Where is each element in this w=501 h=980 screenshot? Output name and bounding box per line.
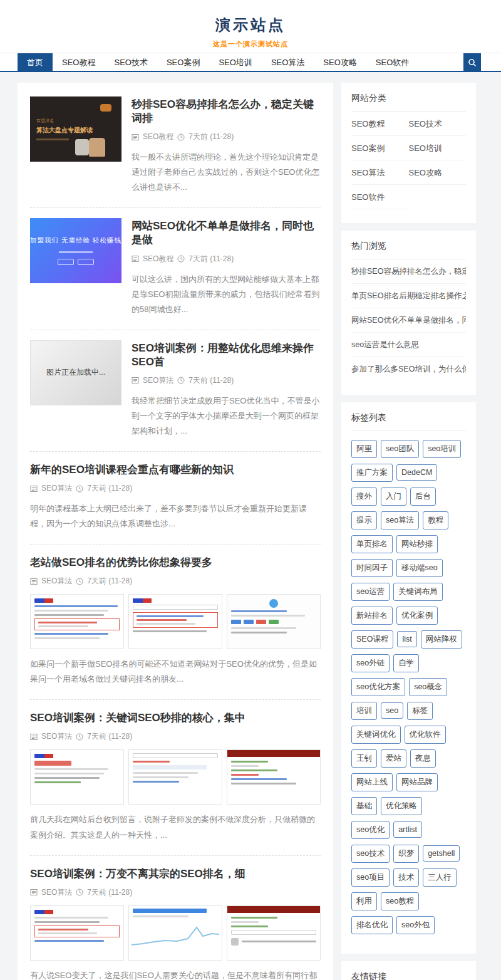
article-category[interactable]: SEO教程: [143, 254, 173, 264]
article-category[interactable]: SEO算法: [41, 731, 72, 742]
tag-link[interactable]: 推广方案: [351, 464, 393, 482]
tag-link[interactable]: 时间因子: [351, 559, 393, 577]
article-thumbnail-loading[interactable]: 图片正在加载中...: [30, 340, 121, 405]
article-category[interactable]: SEO算法: [41, 887, 72, 898]
tag-link[interactable]: 爱站: [381, 749, 406, 768]
sidebar: 网站分类 SEO教程SEO技术SEO案例SEO培训SEO算法SEO攻略SEO软件…: [341, 83, 476, 980]
tag-link[interactable]: SEO课程: [351, 630, 393, 649]
hot-post-link[interactable]: seo运营是什么意思: [351, 333, 466, 357]
tag-link[interactable]: 网站降权: [421, 630, 462, 649]
article-meta: SEO算法 7天前 (11-28): [30, 483, 321, 494]
tag-link[interactable]: artlist: [393, 821, 422, 838]
tag-link[interactable]: 后台: [410, 487, 436, 506]
widget-categories: 网站分类 SEO教程SEO技术SEO案例SEO培训SEO算法SEO攻略SEO软件: [341, 83, 476, 223]
tag-link[interactable]: 技术: [393, 868, 419, 887]
tag-link[interactable]: 基础: [351, 797, 377, 815]
tag-link[interactable]: seo教程: [381, 892, 419, 910]
article-title[interactable]: 秒排SEO容易掉排名怎么办，稳定关键词排: [132, 98, 321, 125]
tag-link[interactable]: 移动端seo: [396, 559, 443, 577]
article-title[interactable]: 新年的SEO培训课程会重点有哪些新的知识: [30, 463, 321, 477]
tag-link[interactable]: seo算法: [381, 511, 419, 529]
nav-item-seo-tutorial[interactable]: SEO教程: [53, 53, 105, 71]
tag-link[interactable]: seo运营: [351, 583, 390, 601]
category-link[interactable]: SEO技术: [409, 112, 467, 136]
tag-link[interactable]: seo优化方案: [351, 678, 405, 696]
article-category[interactable]: SEO教程: [143, 132, 173, 142]
article-thumbnail[interactable]: 百度排名 算法大盘点专题解读: [30, 96, 121, 162]
category-link[interactable]: SEO教程: [351, 112, 409, 136]
tag-link[interactable]: getshell: [423, 845, 460, 862]
article-time: 7天前 (11-28): [189, 132, 234, 142]
tag-link[interactable]: 培训: [351, 702, 377, 720]
article-time: 7天前 (11-28): [87, 483, 132, 494]
tag-link[interactable]: 关键词优化: [351, 726, 401, 744]
tag-link[interactable]: seo团队: [381, 440, 419, 458]
tag-link[interactable]: list: [397, 631, 416, 647]
tag-link[interactable]: 优化策略: [381, 797, 422, 815]
tag-link[interactable]: 关键词布局: [393, 583, 443, 601]
tag-link[interactable]: seo概念: [409, 678, 447, 696]
tag-link[interactable]: 单页排名: [351, 535, 393, 553]
tag-link[interactable]: seo技术: [351, 845, 390, 863]
tag-link[interactable]: 标签: [407, 702, 433, 720]
thumb-caption: 算法大盘点专题解读: [36, 126, 121, 135]
hot-post-link[interactable]: 网站SEO优化不单单是做排名，同时: [351, 308, 466, 333]
hot-post-link[interactable]: 单页SEO排名后期稳定排名操作之长: [351, 284, 466, 308]
tag-link[interactable]: seo项目: [351, 868, 390, 887]
tag-link[interactable]: 优化案例: [396, 607, 438, 625]
tag-link[interactable]: 网站上线: [351, 773, 393, 791]
hot-post-link[interactable]: 秒排SEO容易掉排名怎么办，稳定关键词排: [351, 259, 466, 284]
tag-link[interactable]: seo外链: [351, 654, 390, 672]
tag-link[interactable]: 搜外: [351, 487, 377, 506]
nav-item-seo-software[interactable]: SEO软件: [366, 53, 418, 71]
tag-link[interactable]: 提示: [351, 511, 377, 529]
nav-item-seo-strategy[interactable]: SEO攻略: [314, 53, 366, 71]
tag-link[interactable]: 三人行: [423, 868, 457, 887]
nav-item-seo-case[interactable]: SEO案例: [157, 53, 209, 71]
tag-link[interactable]: DedeCM: [396, 464, 437, 481]
tag-link[interactable]: 优化软件: [405, 726, 446, 744]
tag-link[interactable]: 排名优化: [351, 916, 393, 934]
article-title[interactable]: SEO培训案例：万变不离其宗的SEO排名，细: [30, 867, 321, 881]
nav-item-seo-tech[interactable]: SEO技术: [105, 53, 157, 71]
tag-cloud: 阿里seo团队seo培训推广方案DedeCM搜外入门后台提示seo算法教程单页排…: [351, 431, 466, 940]
tag-link[interactable]: seo: [381, 702, 403, 719]
category-link[interactable]: SEO培训: [409, 136, 467, 160]
category-link[interactable]: SEO案例: [351, 136, 409, 160]
category-link[interactable]: SEO算法: [351, 160, 409, 185]
article-title[interactable]: 网站SEO优化不单单是做排名，同时也是做: [132, 219, 321, 247]
nav-item-home[interactable]: 首页: [18, 53, 53, 71]
article-category[interactable]: SEO算法: [143, 375, 173, 386]
hot-post-link[interactable]: 参加了那么多SEO培训，为什么你还: [351, 357, 466, 381]
article-title[interactable]: SEO培训案例：用整站优化思维来操作SEO首: [132, 341, 321, 369]
tag-link[interactable]: 夜息: [410, 749, 436, 768]
nav-item-seo-training[interactable]: SEO培训: [209, 53, 261, 71]
article-title[interactable]: SEO培训案例：关键词SEO秒排的核心，集中: [30, 711, 321, 725]
tag-link[interactable]: 阿里: [351, 440, 377, 458]
category-link[interactable]: SEO软件: [351, 185, 409, 209]
article-excerpt: 我一般不去讲所谓的理论，首先这个理论知识肯定是通过附子老师自己去实战过的，否则这…: [132, 150, 321, 195]
tag-link[interactable]: 自学: [393, 654, 419, 672]
screenshot-analytics-chart: [128, 905, 222, 961]
tag-link[interactable]: 织梦: [393, 845, 419, 863]
category-icon: [30, 578, 38, 585]
nav-item-seo-algorithm[interactable]: SEO算法: [262, 53, 314, 71]
tag-link[interactable]: 新站排名: [351, 607, 393, 625]
tag-link[interactable]: seo培训: [423, 440, 461, 458]
article-excerpt: 我经常把细节决定成败用于SEO优化当中，不管是小到一个文字的字体大小揣摩还是大到…: [132, 394, 321, 439]
tag-link[interactable]: 王钊: [351, 749, 377, 768]
article-title[interactable]: 老站做SEO排名的优势比你想象得要多: [30, 556, 321, 570]
tag-link[interactable]: 网站品牌: [396, 773, 438, 791]
category-link[interactable]: SEO攻略: [409, 160, 467, 185]
site-title[interactable]: 演示站点: [0, 15, 501, 35]
tag-link[interactable]: 入门: [381, 487, 406, 506]
tag-link[interactable]: seo外包: [396, 916, 435, 934]
tag-link[interactable]: 网站秒排: [396, 535, 438, 553]
article-thumbnail[interactable]: 加盟我们 无需经验 轻松赚钱: [30, 218, 121, 283]
tag-link[interactable]: 利用: [351, 892, 377, 910]
tag-link[interactable]: 教程: [423, 511, 448, 529]
article-category[interactable]: SEO算法: [41, 483, 72, 494]
search-button[interactable]: [463, 53, 481, 71]
tag-link[interactable]: seo优化: [351, 821, 390, 839]
article-category[interactable]: SEO算法: [41, 576, 72, 586]
